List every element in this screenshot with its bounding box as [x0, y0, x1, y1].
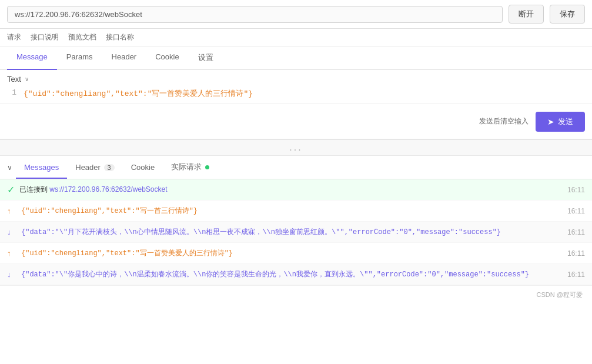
- tab-actual-request[interactable]: 实际请求: [163, 156, 218, 179]
- code-content[interactable]: {"uid":"chengliang","text":"写一首赞美爱人的三行情诗…: [24, 88, 585, 99]
- request-tabs: Message Params Header Cookie 设置: [0, 46, 592, 70]
- active-dot-icon: [205, 165, 209, 169]
- send-area: 发送后清空输入 ➤ 发送: [0, 104, 592, 139]
- actual-request-label: 实际请求: [171, 162, 202, 171]
- send-button[interactable]: ➤ 发送: [536, 112, 585, 132]
- message-time: 16:11: [564, 207, 585, 215]
- send-icon: ➤: [547, 117, 554, 126]
- footer-text: CSDN @程可爱: [537, 290, 583, 299]
- arrow-up-icon: ↑: [7, 249, 16, 258]
- save-button[interactable]: 保存: [550, 5, 585, 24]
- sub-nav-preview[interactable]: 预览文档: [68, 32, 96, 42]
- received-message-text: {"data":"\"你是我心中的诗，\\n温柔如春水流淌。\\n你的笑容是我生…: [21, 269, 560, 279]
- url-bar: 断开 保存: [0, 0, 592, 29]
- send-button-label: 发送: [558, 116, 573, 127]
- chevron-down-icon[interactable]: ∨: [25, 76, 29, 82]
- disconnect-button[interactable]: 断开: [509, 5, 544, 24]
- tab-cookie[interactable]: Cookie: [146, 46, 188, 70]
- footer: CSDN @程可爱: [0, 285, 592, 304]
- arrow-up-icon: ↑: [7, 206, 16, 215]
- arrow-down-icon: ↓: [7, 270, 16, 279]
- header-tab-label: Header: [75, 163, 101, 172]
- bottom-section: ∨ Messages Header 3 Cookie 实际请求 ✓ 已连接到 w…: [0, 156, 592, 285]
- check-icon: ✓: [7, 184, 15, 195]
- tab-messages[interactable]: Messages: [16, 157, 67, 179]
- received-message-text: {"data":"\"月下花开满枝头，\\n心中情思随风流。\\n相思一夜不成寐…: [21, 227, 560, 237]
- message-row: ↓ {"data":"\"月下花开满枝头，\\n心中情思随风流。\\n相思一夜不…: [0, 222, 592, 243]
- messages-list: ✓ 已连接到 ws://172.200.96.76:62632/webSocke…: [0, 179, 592, 285]
- sub-nav-interface-desc[interactable]: 接口说明: [31, 32, 59, 42]
- connected-message: 已连接到 ws://172.200.96.76:62632/webSocket: [19, 185, 560, 195]
- tab-message[interactable]: Message: [7, 46, 57, 70]
- url-input[interactable]: [7, 6, 503, 23]
- arrow-down-icon: ↓: [7, 228, 16, 236]
- message-time: 16:11: [564, 271, 585, 279]
- message-time: 16:11: [564, 186, 585, 194]
- header-badge: 3: [104, 164, 115, 171]
- code-line-1: 1 {"uid":"chengliang","text":"写一首赞美爱人的三行…: [7, 88, 585, 99]
- connected-url: ws://172.200.96.76:62632/webSocket: [49, 185, 167, 193]
- type-label[interactable]: Text: [7, 75, 21, 84]
- tab-params[interactable]: Params: [57, 46, 102, 70]
- tab-header-bottom[interactable]: Header 3: [67, 157, 122, 179]
- message-time: 16:11: [564, 228, 585, 236]
- sub-nav-request[interactable]: 请求: [7, 32, 21, 42]
- message-time: 16:11: [564, 249, 585, 258]
- clear-after-send-label: 发送后清空输入: [479, 116, 529, 126]
- message-row: ↓ {"data":"\"你是我心中的诗，\\n温柔如春水流淌。\\n你的笑容是…: [0, 264, 592, 285]
- line-number: 1: [7, 88, 16, 97]
- collapse-icon[interactable]: ∨: [7, 163, 12, 172]
- bottom-tabs: ∨ Messages Header 3 Cookie 实际请求: [0, 156, 592, 179]
- message-row: ↑ {"uid":"chengliang","text":"写一首三行情诗"} …: [0, 201, 592, 222]
- message-row: ↑ {"uid":"chengliang","text":"写一首赞美爱人的三行…: [0, 243, 592, 264]
- tab-settings[interactable]: 设置: [189, 46, 223, 70]
- section-divider: ...: [0, 139, 592, 156]
- sub-nav: 请求 接口说明 预览文档 接口名称: [0, 29, 592, 46]
- tab-cookie-bottom[interactable]: Cookie: [123, 157, 163, 179]
- type-selector: Text ∨: [7, 75, 585, 84]
- message-row: ✓ 已连接到 ws://172.200.96.76:62632/webSocke…: [0, 179, 592, 201]
- message-area: Text ∨ 1 {"uid":"chengliang","text":"写一首…: [0, 70, 592, 104]
- sent-message-text: {"uid":"chengliang","text":"写一首赞美爱人的三行情诗…: [21, 248, 560, 258]
- sent-message-text: {"uid":"chengliang","text":"写一首三行情诗"}: [21, 206, 560, 216]
- sub-nav-interface-name[interactable]: 接口名称: [106, 32, 134, 42]
- connected-prefix: 已连接到: [19, 185, 49, 193]
- tab-header[interactable]: Header: [102, 46, 146, 70]
